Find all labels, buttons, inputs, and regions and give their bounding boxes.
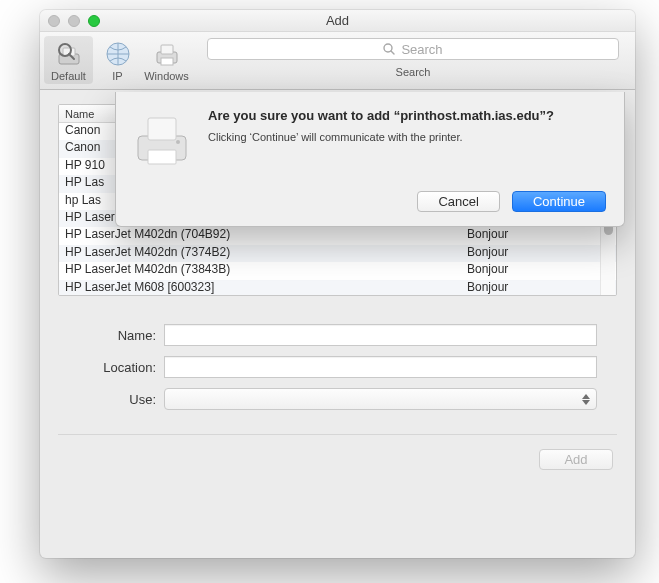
svg-rect-7 [161,58,173,65]
table-row[interactable]: HP LaserJet M402dn (73843B)Bonjour [59,262,616,279]
search-icon [383,43,395,55]
table-row[interactable]: HP LaserJet M608 [600323]Bonjour [59,280,616,296]
separator [58,434,617,435]
cell-name: HP LaserJet M608 [600323] [59,280,461,296]
magnifier-printer-icon [53,38,85,70]
dialog-title: Are you sure you want to add “printhost.… [208,108,606,125]
zoom-window-button[interactable] [88,15,100,27]
svg-point-13 [176,140,180,144]
cell-kind: Bonjour [461,245,616,262]
toolbar-tabs: Default IP [40,32,191,84]
toolbar: Default IP [40,32,635,90]
tab-label: Windows [144,70,189,82]
footer: Add [58,449,617,470]
window-titlebar: Add [40,10,635,32]
window-title: Add [40,13,635,28]
add-button: Add [539,449,613,470]
cancel-button[interactable]: Cancel [417,191,499,212]
tab-label: IP [112,70,122,82]
tab-windows[interactable]: Windows [142,36,191,84]
select-stepper-icon [582,394,590,405]
dialog-message: Clicking ‘Continue’ will communicate wit… [208,131,606,143]
tab-label: Default [51,70,86,82]
printer-form: Name: Location: Use: [58,324,617,410]
search-input[interactable]: Search [207,38,619,60]
svg-rect-6 [161,45,173,54]
name-label: Name: [78,328,164,343]
location-label: Location: [78,360,164,375]
svg-rect-12 [148,150,176,164]
minimize-window-button[interactable] [68,15,80,27]
cell-name: HP LaserJet M402dn (704B92) [59,227,461,244]
cell-kind: Bonjour [461,227,616,244]
traffic-lights [48,15,100,27]
cell-name: HP LaserJet M402dn (73843B) [59,262,461,279]
tab-ip[interactable]: IP [93,36,142,84]
cell-kind: Bonjour [461,280,616,296]
table-row[interactable]: HP LaserJet M402dn (7374B2)Bonjour [59,245,616,262]
continue-button[interactable]: Continue [512,191,606,212]
printer-large-icon [130,108,194,172]
cell-name: HP LaserJet M402dn (7374B2) [59,245,461,262]
close-window-button[interactable] [48,15,60,27]
tab-default[interactable]: Default [44,36,93,84]
search-label: Search [396,66,431,78]
printer-icon [151,38,183,70]
location-field[interactable] [164,356,597,378]
table-row[interactable]: HP LaserJet M402dn (704B92)Bonjour [59,227,616,244]
svg-line-9 [391,51,394,54]
svg-rect-11 [148,118,176,140]
name-field[interactable] [164,324,597,346]
add-printer-window: Add Default [40,10,635,558]
globe-icon [102,38,134,70]
use-label: Use: [78,392,164,407]
use-select[interactable] [164,388,597,410]
confirm-add-sheet: Are you sure you want to add “printhost.… [115,92,625,227]
search-placeholder: Search [401,42,442,57]
cell-kind: Bonjour [461,262,616,279]
